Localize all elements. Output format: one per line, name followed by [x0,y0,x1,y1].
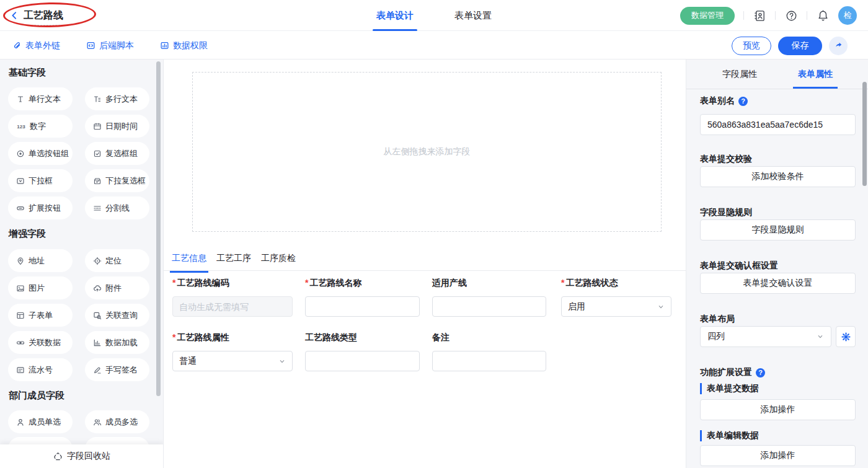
back-chevron-icon [10,11,19,20]
recycle-icon [53,452,63,461]
field-pill-attachment[interactable]: 附件 [85,276,149,299]
form-canvas: 从左侧拖拽来添加字段 工艺信息 工艺工序 工序质检 *工艺路线编码 *工艺路线名… [164,60,686,468]
tab-process-steps[interactable]: 工艺工序 [216,249,251,273]
applicable-line-input[interactable] [432,296,546,317]
field-visibility-button[interactable]: 字段显隐规则 [700,219,856,241]
image-icon [16,284,25,293]
help-icon[interactable] [784,9,798,22]
layout-settings-button[interactable] [836,326,856,347]
preview-button[interactable]: 预览 [732,37,771,55]
subform-icon [16,311,25,320]
field-pill-image[interactable]: 图片 [8,276,73,299]
checkbox-group-icon [93,149,102,158]
field-pill-member-single[interactable]: 成员单选 [8,410,73,433]
top-header: 工艺路线 表单设计 表单设置 数据管理 检 [0,0,868,31]
divider [807,11,807,20]
route-attribute-select[interactable]: 普通 [172,351,293,371]
divider [743,11,744,20]
page-title: 工艺路线 [24,9,63,22]
extend-button-icon [16,204,25,213]
address-icon [16,257,25,265]
help-icon[interactable]: ? [756,368,765,377]
section-title-member-fields: 部门成员字段 [9,390,64,402]
remark-input[interactable] [432,351,546,371]
tab-form-settings[interactable]: 表单设置 [451,0,495,31]
field-pill-multi-line-text[interactable]: 多行文本 [85,87,149,110]
member-single-icon [16,418,25,426]
form-layout-select[interactable]: 四列 [700,326,831,347]
submit-confirm-button[interactable]: 表单提交确认设置 [700,273,856,294]
field-pill-member-multi[interactable]: 成员多选 [85,410,149,433]
field-pill-data-load[interactable]: 数据加载 [85,331,149,354]
extension-settings-label: 功能扩展设置 ? [700,367,765,378]
field-pill-select[interactable]: 下拉框 [8,169,73,192]
field-pill-single-line-text[interactable]: 单行文本 [8,87,73,110]
route-status-select[interactable]: 启用 [561,296,671,317]
single-line-text-icon [16,95,25,104]
field-pill-radio-group[interactable]: 单选按钮组 [8,142,73,165]
tab-step-quality-check[interactable]: 工序质检 [261,249,296,273]
tab-process-info[interactable]: 工艺信息 [172,249,206,273]
linked-data-icon [16,338,25,347]
edit-data-add-action-button[interactable]: 添加操作 [700,445,856,466]
bell-icon[interactable] [816,9,830,22]
save-button[interactable]: 保存 [778,37,822,55]
route-code-input[interactable] [172,296,293,317]
submit-validation-label: 表单提交校验 [700,154,752,165]
field-pill-multi-select[interactable]: 下拉复选框 [85,169,149,192]
field-pill-linked-data[interactable]: 关联数据 [8,331,73,354]
field-pill-address[interactable]: 地址 [8,249,73,272]
properties-panel: 字段属性 表单属性 表单别名 ? 表单提交校验 添加校验条件 字段显隐规则 字段… [686,60,868,468]
field-pill-checkbox-group[interactable]: 复选框组 [85,142,149,165]
field-pill-subform[interactable]: 子表单 [8,304,73,327]
contacts-icon[interactable] [753,9,766,22]
field-route-name: *工艺路线名称 [305,278,420,317]
field-pill-number[interactable]: 123 数字 [8,115,73,138]
linked-query-icon [93,311,102,320]
add-validation-button[interactable]: 添加校验条件 [700,166,856,187]
field-route-code: *工艺路线编码 [172,278,293,317]
toolbar-links: 表单外链 后端脚本 数据权限 [12,32,208,60]
back-button[interactable]: 工艺路线 [10,0,63,31]
chevron-down-icon [278,358,286,365]
link-icon [12,41,22,50]
canvas-dropzone[interactable]: 从左侧拖拽来添加字段 [192,72,662,232]
section-title-enhanced-fields: 增强字段 [9,228,46,240]
tab-form-properties[interactable]: 表单属性 [795,60,835,89]
field-palette-sidebar: 基础字段 单行文本 多行文本 123 数字 日期时间 单选按钮组 复选框组 下拉… [0,60,164,468]
data-permission-action[interactable]: 数据权限 [160,40,208,51]
user-avatar[interactable]: 检 [838,6,857,25]
form-alias-label: 表单别名 ? [700,95,748,107]
submit-data-add-action-button[interactable]: 添加操作 [700,399,856,420]
field-pill-linked-query[interactable]: 关联查询 [85,304,149,327]
external-link-action[interactable]: 表单外链 [12,40,60,51]
route-name-input[interactable] [305,296,420,317]
share-button[interactable] [829,37,848,55]
attachment-icon [93,284,102,293]
member-multi-icon [93,418,102,426]
header-tabs: 表单设计 表单设置 [373,0,495,31]
help-icon[interactable]: ? [738,97,748,106]
field-pill-serial-number[interactable]: 流水号 [8,358,73,381]
field-pill-datetime[interactable]: 日期时间 [85,115,149,138]
field-pill-signature[interactable]: 手写签名 [85,358,149,381]
field-pill-extend-button[interactable]: 扩展按钮 [8,196,73,219]
field-visibility-label: 字段显隐规则 [700,207,752,218]
backend-script-action[interactable]: 后端脚本 [86,40,134,51]
header-right-cluster: 数据管理 检 [680,0,857,31]
gear-icon [841,332,851,342]
app-root: 工艺路线 表单设计 表单设置 数据管理 检 [0,0,868,468]
properties-scrollbar[interactable] [862,82,867,186]
canvas-tabs: 工艺信息 工艺工序 工序质检 [172,249,296,273]
form-alias-input[interactable] [700,114,856,135]
field-pill-location[interactable]: 定位 [85,249,149,272]
field-recycle-bin[interactable]: 字段回收站 [0,444,164,468]
route-type-input[interactable] [305,351,420,371]
field-pill-divider[interactable]: 分割线 [85,196,149,219]
toolbar-actions: 预览 保存 [732,32,848,60]
sidebar-scrollbar[interactable] [156,61,161,396]
tab-field-properties[interactable]: 字段属性 [720,60,760,89]
tab-form-design[interactable]: 表单设计 [373,0,417,31]
chevron-down-icon [817,333,824,340]
data-manage-button[interactable]: 数据管理 [680,7,735,25]
